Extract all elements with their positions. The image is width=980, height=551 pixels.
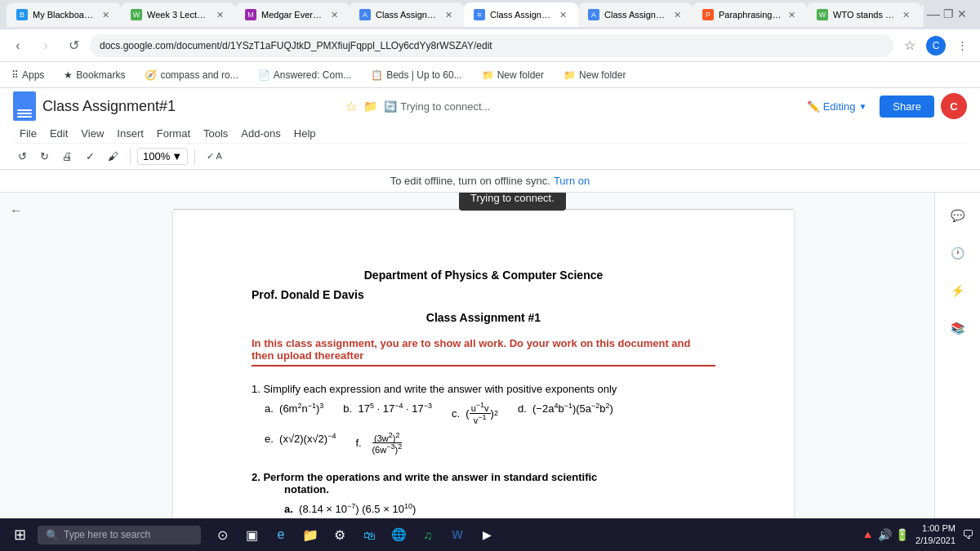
docs-logo[interactable] [13, 91, 36, 121]
battery-icon: 🔋 [895, 528, 909, 541]
tab-5-title: Class Assignment#... [490, 10, 553, 20]
tab-7-icon: P [702, 9, 714, 20]
tab-8[interactable]: W WTO stands for Or... ✕ [807, 2, 921, 27]
tab-9[interactable]: b Ask a Question | ba... ✕ [921, 2, 924, 27]
folder2-label: New folder [579, 69, 626, 81]
p1f: f. (3w2)2 (6w−3)2 [355, 432, 403, 455]
minimize-btn[interactable]: — [927, 7, 940, 22]
connecting-message: Trying to connect. [470, 193, 555, 204]
undo-btn[interactable]: ↺ [13, 147, 32, 166]
tab-8-title: WTO stands for Or... [833, 10, 896, 20]
instructions-divider [252, 365, 715, 367]
tab-3-close[interactable]: ✕ [329, 8, 340, 22]
tab-1-title: My Blackboard Co... [33, 10, 96, 20]
connecting-tooltip: Trying to connect. [459, 193, 566, 211]
dictionary-btn[interactable]: 📚 [942, 312, 974, 344]
docs-header: Class Assignment#1 ☆ 📁 🔄 Trying to conne… [0, 88, 980, 170]
menu-view[interactable]: View [74, 124, 110, 143]
sidebar-back-btn[interactable]: ← [5, 199, 28, 222]
menu-help[interactable]: Help [287, 124, 323, 143]
tab-5-icon: ≡ [474, 9, 485, 20]
problem1-header: 1. Simplify each expression and write th… [252, 383, 715, 395]
toolbar-sep-2 [194, 149, 195, 165]
tab-3-title: Medgar Evers Colle... [261, 10, 324, 20]
tab-8-close[interactable]: ✕ [901, 8, 911, 22]
menu-format[interactable]: Format [150, 124, 197, 143]
reload-btn[interactable]: ↺ [62, 34, 85, 57]
back-btn[interactable]: ‹ [7, 34, 29, 57]
docs-page-area: 1 2 3 4 5 6 7 Trying to connect. Departm… [33, 193, 934, 551]
taskbar-extra[interactable]: ▶ [474, 522, 500, 548]
taskbar-edge[interactable]: e [268, 522, 294, 548]
tab-2[interactable]: W Week 3 Lecture 02/... ✕ [121, 2, 235, 27]
tab-4-close[interactable]: ✕ [443, 8, 454, 22]
taskbar-settings[interactable]: ⚙ [327, 522, 353, 548]
extensions-btn[interactable]: ⋮ [951, 34, 973, 57]
bookmark-btn[interactable]: ☆ [898, 34, 921, 57]
bookmark-bookmarks[interactable]: ★ Bookmarks [59, 66, 130, 84]
turn-on-link[interactable]: Turn on [554, 175, 590, 187]
tab-6-close[interactable]: ✕ [672, 8, 683, 22]
folder1-label: New folder [497, 69, 544, 81]
zoom-control[interactable]: 100% ▼ [137, 148, 188, 165]
taskbar-task-view[interactable]: ▣ [238, 522, 265, 548]
taskbar-spotify[interactable]: ♫ [415, 522, 441, 548]
tab-4[interactable]: A Class Assignment #... ✕ [350, 2, 464, 27]
tab-7[interactable]: P Paraphrasing Tool |... ✕ [693, 2, 807, 27]
bookmark-new1[interactable]: 📁 New folder [477, 66, 549, 84]
beds-icon: 📋 [371, 69, 383, 81]
star-btn[interactable]: ☆ [345, 99, 357, 114]
history-btn[interactable]: 🕐 [942, 237, 974, 269]
explore-btn[interactable]: ⚡ [942, 274, 974, 307]
paint-format-btn[interactable]: 🖌 [103, 147, 123, 166]
taskbar-store[interactable]: 🛍 [356, 522, 382, 548]
spellcheck-btn[interactable]: ✓ [81, 147, 100, 166]
taskbar-apps: ⊙ ▣ e 📁 ⚙ 🛍 🌐 ♫ W ▶ [209, 522, 500, 548]
menu-insert[interactable]: Insert [110, 124, 150, 143]
forward-btn[interactable]: › [34, 34, 57, 57]
answered-label: Answered: Com... [274, 69, 351, 81]
taskbar-cortana[interactable]: ⊙ [209, 522, 235, 548]
taskbar-chrome[interactable]: 🌐 [385, 522, 412, 548]
menu-file[interactable]: File [13, 124, 43, 143]
tab-1-close[interactable]: ✕ [100, 8, 111, 22]
bookmark-apps[interactable]: ⠿ Apps [7, 66, 49, 84]
maximize-btn[interactable]: ❐ [943, 7, 954, 22]
notification-btn[interactable]: 🗨 [962, 528, 973, 541]
system-icons: 🔺 🔊 🔋 [861, 528, 909, 541]
bookmark-compass[interactable]: 🧭 compass and ro... [140, 66, 243, 84]
print-btn[interactable]: 🖨 [57, 147, 78, 166]
taskbar-search-input[interactable] [64, 529, 178, 540]
docs-left-sidebar: ← [0, 193, 33, 551]
taskbar-folder[interactable]: 📁 [297, 522, 323, 548]
close-btn[interactable]: ✕ [957, 7, 967, 22]
bookmark-beds[interactable]: 📋 Beds | Up to 60... [366, 66, 467, 84]
spellcheck2-btn[interactable]: ✓ A [202, 148, 227, 165]
tab-7-close[interactable]: ✕ [786, 8, 797, 22]
redo-btn[interactable]: ↻ [35, 147, 54, 166]
menu-edit[interactable]: Edit [43, 124, 74, 143]
start-button[interactable]: ⊞ [7, 522, 33, 548]
share-button[interactable]: Share [880, 96, 934, 118]
tab-1[interactable]: B My Blackboard Co... ✕ [7, 2, 121, 27]
p2a: a. (8.14 × 10−7) (6.5 × 1010) [284, 502, 715, 515]
profile-btn[interactable]: C [926, 36, 946, 56]
editing-dropdown[interactable]: ✏️ Editing ▼ [800, 97, 874, 116]
menu-tools[interactable]: Tools [197, 124, 234, 143]
menu-addons[interactable]: Add-ons [234, 124, 287, 143]
problem1-row2: e. (x√2)(x√2)−4 f. (3w2)2 (6w−3)2 [265, 432, 715, 455]
tab-5[interactable]: ≡ Class Assignment#... ✕ [464, 2, 578, 27]
bookmark-answered[interactable]: 📄 Answered: Com... [253, 66, 356, 84]
bookmark-new2[interactable]: 📁 New folder [559, 66, 630, 84]
taskbar-word[interactable]: W [444, 522, 470, 548]
user-avatar[interactable]: C [941, 93, 967, 119]
tab-3[interactable]: M Medgar Evers Colle... ✕ [235, 2, 350, 27]
tab-2-close[interactable]: ✕ [215, 8, 225, 22]
tab-5-close[interactable]: ✕ [558, 8, 568, 22]
tab-6[interactable]: A Class Assignment #... ✕ [578, 2, 693, 27]
tabs-container: B My Blackboard Co... ✕ W Week 3 Lecture… [7, 2, 924, 27]
tab-4-icon: A [359, 9, 371, 20]
address-input[interactable] [90, 34, 893, 57]
tab-7-title: Paraphrasing Tool |... [719, 10, 782, 20]
comments-btn[interactable]: 💬 [942, 199, 974, 232]
